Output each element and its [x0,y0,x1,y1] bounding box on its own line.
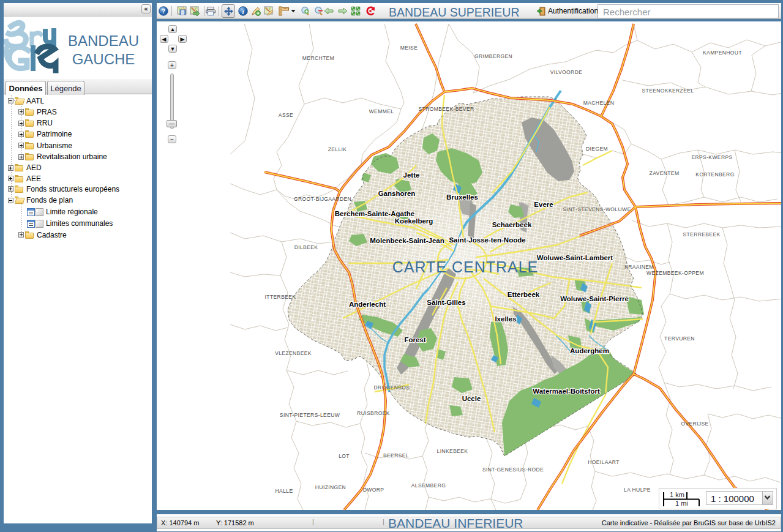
svg-text:HOEILAART: HOEILAART [588,459,620,465]
svg-text:STROMBEEK-BEVER: STROMBEEK-BEVER [418,106,474,112]
svg-text:LA HULPE: LA HULPE [624,487,651,493]
svg-text:MERCHTEM: MERCHTEM [302,55,334,61]
svg-text:DROGENBOS: DROGENBOS [374,384,410,391]
svg-text:RUISBROEK: RUISBROEK [357,410,390,416]
svg-text:DIEGEM: DIEGEM [586,146,608,152]
svg-text:Watermael-Boitsfort: Watermael-Boitsfort [533,388,600,395]
svg-text:ZELLIK: ZELLIK [328,146,347,152]
svg-text:STEENOKKERZEEL: STEENOKKERZEEL [642,88,694,94]
svg-text:ITTERBEEK: ITTERBEEK [265,294,296,300]
svg-text:Etterbeek: Etterbeek [508,291,540,298]
svg-text:Bruxelles: Bruxelles [446,193,478,201]
svg-text:VILVOORDE: VILVOORDE [550,69,583,75]
svg-text:BEERSEL: BEERSEL [383,452,409,459]
svg-text:GROOT-BIJGAARDEN: GROOT-BIJGAARDEN [294,196,351,202]
svg-text:STERREBEEK: STERREBEEK [683,231,720,238]
svg-text:Ixelles: Ixelles [495,315,516,323]
svg-text:VLEZENBEEK: VLEZENBEEK [275,350,312,356]
svg-text:DWORP: DWORP [363,487,384,493]
svg-text:HUIZINGEN: HUIZINGEN [315,484,346,490]
svg-text:Woluwe-Saint-Lambert: Woluwe-Saint-Lambert [537,254,613,261]
svg-text:SINT-STEVENS-WOLUWE: SINT-STEVENS-WOLUWE [563,206,631,212]
svg-text:Saint-Josse-ten-Noode: Saint-Josse-ten-Noode [449,236,525,244]
svg-text:GRIMBERGEN: GRIMBERGEN [474,53,512,59]
svg-text:OVERIJSE: OVERIJSE [681,421,708,427]
svg-text:SINT-PIETERS-LEEUW: SINT-PIETERS-LEEUW [280,412,340,418]
svg-text:1 km: 1 km [670,491,684,498]
svg-text:?: ? [162,8,165,15]
svg-text:Berchem-Sainte-Agathe: Berchem-Sainte-Agathe [335,210,414,217]
svg-text:KAMPENHOUT: KAMPENHOUT [703,50,742,56]
svg-text:Anderlecht: Anderlecht [349,301,386,308]
svg-text:ASSE: ASSE [279,112,293,118]
svg-text:ERPS-KWERPS: ERPS-KWERPS [691,154,732,160]
svg-text:Woluwe-Saint-Pierre: Woluwe-Saint-Pierre [560,295,629,302]
svg-text:ALSEMBERG: ALSEMBERG [411,482,446,489]
svg-text:MACHELEN: MACHELEN [583,100,614,106]
svg-text:Uccle: Uccle [462,395,481,402]
svg-text:Saint-Gilles: Saint-Gilles [427,299,465,306]
svg-text:Ganshoren: Ganshoren [378,190,416,197]
svg-text:Forest: Forest [404,336,425,343]
svg-text:WEZEMBEEK-OPPEM: WEZEMBEEK-OPPEM [646,270,704,276]
svg-text:Koekelberg: Koekelberg [395,217,433,225]
svg-text:1 mi: 1 mi [675,500,688,507]
svg-text:KRAAINEM: KRAAINEM [624,264,654,270]
svg-text:DILBEEK: DILBEEK [294,244,318,250]
svg-text:ZAVENTEM: ZAVENTEM [650,170,680,176]
svg-text:Jette: Jette [403,171,420,179]
svg-text:WEMMEL: WEMMEL [369,108,394,114]
svg-text:HALLE: HALLE [275,488,293,494]
svg-text:SINT-GENESIUS-RODE: SINT-GENESIUS-RODE [482,466,544,473]
svg-text:KORTENBERG: KORTENBERG [695,171,734,178]
svg-text:Auderghem: Auderghem [570,347,609,354]
svg-text:LINKEBEEK: LINKEBEEK [437,448,468,454]
svg-text:LOT: LOT [339,453,350,459]
svg-text:Schaerbeek: Schaerbeek [492,221,532,228]
svg-text:Evere: Evere [534,201,553,208]
svg-text:TERVUREN: TERVUREN [664,335,695,342]
svg-text:MEISE: MEISE [400,45,418,51]
svg-text:Molenbeek-Saint-Jean: Molenbeek-Saint-Jean [370,237,444,244]
svg-text:CARTE CENTRALE: CARTE CENTRALE [392,258,539,275]
